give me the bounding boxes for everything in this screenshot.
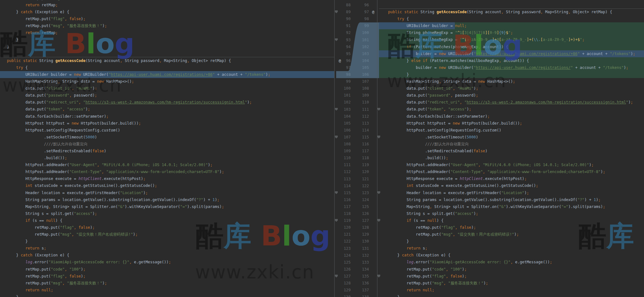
code-line-left-97[interactable]: try { (0, 64, 334, 71)
code-line-right-112[interactable]: data.forEach(builder::setParameter); (379, 113, 644, 120)
code-line-right-128[interactable]: retMap.put("flag", false); (379, 224, 644, 231)
code-line-right-107[interactable]: HashMap<String, String> data = new HashM… (379, 78, 644, 85)
code-line-right-131[interactable]: return s; (379, 245, 644, 252)
code-line-right-113[interactable]: HttpPost httpPost = new HttpPost(builder… (379, 120, 644, 127)
code-line-left-112[interactable]: httpPost.addHeader("Content-Type", "appl… (0, 168, 334, 175)
annotation-icon[interactable]: @ (339, 58, 341, 63)
code-text: String params = location.getValue().subs… (388, 198, 601, 202)
code-line-left-109[interactable]: .setRedirectsEnabled(false) (0, 148, 334, 154)
code-line-left-102[interactable]: data.put("redirect_uri", "https://s3-us-… (0, 99, 334, 106)
code-line-left-129[interactable]: return null; (0, 287, 334, 294)
code-line-right-138[interactable]: } (379, 294, 644, 297)
code-line-left-110[interactable]: .build()); (0, 154, 334, 161)
code-text: } (388, 239, 409, 244)
code-line-right-129[interactable]: retMap.put("msg", "提交失败！用户名或密码错误!"); (379, 231, 644, 238)
code-line-left-99[interactable]: HashMap<String, String> data = new HashM… (0, 78, 334, 85)
code-line-left-107[interactable]: .setSocketTimeout(5000) (0, 134, 334, 141)
code-line-left-121[interactable]: retMap.put("msg", "提交失败！用户名或密码错误!"); (0, 231, 334, 238)
code-line-left-96[interactable]: public static String getAccessCode(Strin… (0, 57, 334, 64)
code-text: data.put("client_id", "HuaMi"); (7, 86, 97, 91)
code-line-left-122[interactable]: } (0, 238, 334, 245)
code-line-left-89[interactable]: } catch (Exception e) { (0, 8, 334, 15)
code-line-left-105[interactable]: HttpPost httpPost = new HttpPost(builder… (0, 120, 334, 127)
code-line-right-96[interactable] (379, 2, 644, 8)
code-line-left-88[interactable]: return retMap; (0, 2, 334, 8)
code-text: .setRedirectsEnabled(false) (7, 149, 106, 153)
code-line-right-130[interactable]: } (379, 238, 644, 245)
code-line-left-116[interactable]: String params = location.getValue().subs… (0, 196, 334, 203)
code-line-right-99[interactable]: URIBuilder builder = null; (379, 22, 644, 29)
code-line-right-98[interactable]: try { (379, 15, 644, 22)
code-line-right-132[interactable]: } catch (Exception e) { (379, 252, 644, 259)
code-line-left-101[interactable]: data.put("password", password); (0, 92, 334, 99)
code-line-right-103[interactable]: builder = new URIBuilder("https://api-us… (379, 50, 644, 57)
code-line-left-93[interactable]: } (0, 36, 334, 43)
code-line-right-102[interactable]: if (Pattern.matches(phoneRegExp, account… (379, 43, 644, 50)
code-text: } (7, 239, 28, 244)
code-text: int statusCode = execute.getStatusLine()… (388, 183, 538, 188)
code-line-left-103[interactable]: data.put("token", "access"); (0, 106, 334, 113)
code-line-left-126[interactable]: retMap.put("code", "100"); (0, 266, 334, 273)
code-line-right-104[interactable]: } else if (Pattern.matches(mailboxRegExp… (379, 57, 644, 64)
code-text: String phoneRegExp = "^1[3|4|5|7|8][0-9]… (388, 31, 513, 35)
code-line-right-109[interactable]: data.put("password", password); (379, 92, 644, 99)
code-line-left-108[interactable]: ////默认允许自动重定向 (0, 141, 334, 148)
code-line-right-135[interactable]: retMap.put("flag", false); (379, 273, 644, 280)
code-line-right-116[interactable]: ////默认允许自动重定向 (379, 141, 644, 148)
code-line-left-124[interactable]: } catch (Exception e) { (0, 252, 334, 259)
code-line-left-91[interactable]: retMap.put("msg", "服务器连接失败！"); (0, 22, 334, 29)
code-line-right-100[interactable]: String phoneRegExp = "^1[3|4|5|7|8][0-9]… (379, 29, 644, 36)
code-line-left-123[interactable]: return s; (0, 245, 334, 252)
code-line-left-130[interactable]: } (0, 294, 334, 297)
code-line-right-117[interactable]: .setRedirectsEnabled(false) (379, 148, 644, 154)
code-line-left-92[interactable]: return retMap; (0, 29, 334, 36)
code-line-right-108[interactable]: data.put("client_id", "HuaMi"); (379, 85, 644, 92)
code-line-left-114[interactable]: int statusCode = execute.getStatusLine()… (0, 182, 334, 189)
code-line-left-127[interactable]: retMap.put("flag", false); (0, 273, 334, 280)
code-line-left-118[interactable]: String s = split.get("access"); (0, 210, 334, 217)
code-line-left-117[interactable]: Map<String, String> split = Splitter.on(… (0, 203, 334, 210)
code-line-left-111[interactable]: httpPost.addHeader("User-Agent", "MiFit/… (0, 161, 334, 168)
code-line-right-121[interactable]: HttpResponse execute = httpClient.execut… (379, 175, 644, 182)
code-line-left-106[interactable]: httpPost.setConfig(RequestConfig.custom(… (0, 127, 334, 134)
code-line-right-110[interactable]: data.put("redirect_uri", "https://s3-us-… (379, 99, 644, 106)
code-line-right-106[interactable]: } (379, 71, 644, 78)
code-line-right-123[interactable]: Header location = execute.getFirstHeader… (379, 189, 644, 196)
left-editor[interactable]: retMap.put("msg", "服务器连接失败！"); return re… (0, 0, 334, 297)
code-line-left-115[interactable]: Header location = execute.getFirstHeader… (0, 189, 334, 196)
code-line-right-126[interactable]: String s = split.get("access"); (379, 210, 644, 217)
annotation-icon[interactable]: @ (372, 9, 375, 14)
code-line-right-134[interactable]: retMap.put("code", "100"); (379, 266, 644, 273)
code-line-right-133[interactable]: log.error("XiaomiApi-getAccessCode error… (379, 259, 644, 266)
code-line-left-95[interactable] (0, 50, 334, 57)
code-line-right-119[interactable]: httpPost.addHeader("User-Agent", "MiFit/… (379, 161, 644, 168)
right-editor[interactable]: }public static String getAccessCode(Stri… (379, 0, 644, 297)
code-line-left-104[interactable]: data.forEach(builder::setParameter); (0, 113, 334, 120)
code-line-left-128[interactable]: retMap.put("msg", "服务器连接失败！"); (0, 280, 334, 287)
code-text: data.put("redirect_uri", "https://s3-us-… (388, 100, 633, 104)
code-line-right-125[interactable]: Map<String, String> split = Splitter.on(… (379, 203, 644, 210)
code-line-left-100[interactable]: data.put("client_id", "HuaMi"); (0, 85, 334, 92)
code-line-left-94[interactable]: } (0, 43, 334, 50)
code-line-right-111[interactable]: data.put("token", "access"); (379, 106, 644, 113)
code-line-right-97[interactable]: public static String getAccessCode(Strin… (379, 8, 644, 15)
code-line-left-119[interactable]: if (s == null) { (0, 217, 334, 224)
code-text: retMap.put("flag", false); (388, 274, 467, 278)
code-line-right-120[interactable]: httpPost.addHeader("Content-Type", "appl… (379, 168, 644, 175)
code-line-right-137[interactable]: return null; (379, 287, 644, 294)
code-line-left-125[interactable]: log.error("XiaomiApi-getAccessCode error… (0, 259, 334, 266)
code-line-right-105[interactable]: builder = new URIBuilder("https://api-us… (379, 64, 644, 71)
code-line-right-124[interactable]: String params = location.getValue().subs… (379, 196, 644, 203)
code-line-right-122[interactable]: int statusCode = execute.getStatusLine()… (379, 182, 644, 189)
code-text: data.forEach(builder::setParameter); (7, 114, 109, 119)
code-line-right-127[interactable]: if (s == null) { (379, 217, 644, 224)
code-line-right-136[interactable]: retMap.put("msg", "服务器连接失败！"); (379, 280, 644, 287)
code-line-left-120[interactable]: retMap.put("flag", false); (0, 224, 334, 231)
code-line-left-113[interactable]: HttpResponse execute = httpClient.execut… (0, 175, 334, 182)
code-line-left-90[interactable]: retMap.put("flag", false); (0, 15, 334, 22)
code-line-right-114[interactable]: httpPost.setConfig(RequestConfig.custom(… (379, 127, 644, 134)
code-line-right-101[interactable]: String mailboxRegExp = "^[a-zA-Z0-9_-]+@… (379, 36, 644, 43)
code-line-right-118[interactable]: .build()); (379, 154, 644, 161)
code-line-left-98[interactable]: URIBuilder builder = new URIBuilder("htt… (0, 71, 334, 78)
code-line-right-115[interactable]: .setSocketTimeout(5000) (379, 134, 644, 141)
